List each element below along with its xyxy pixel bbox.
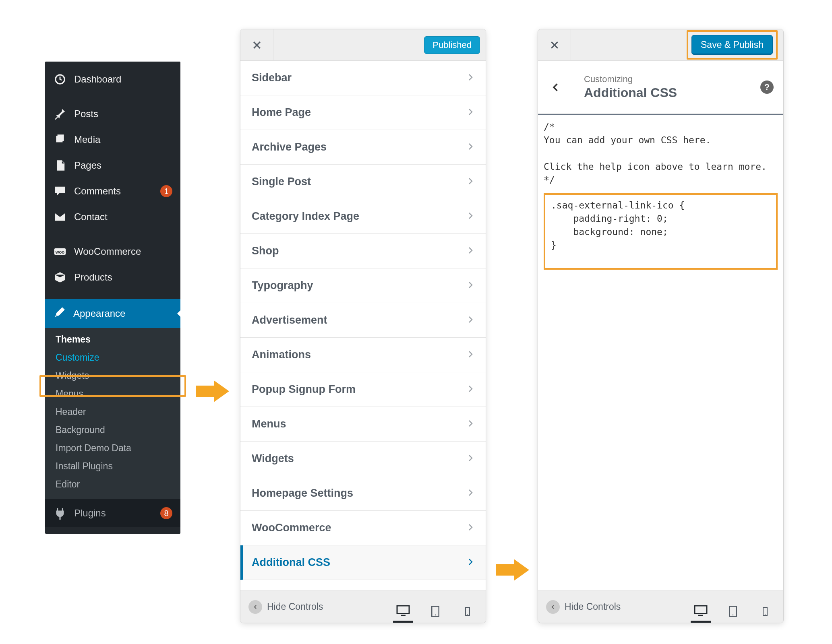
- device-tablet-button[interactable]: [723, 603, 743, 623]
- section-label: Category Index Page: [252, 210, 359, 223]
- appearance-submenu: Themes Customize Widgets Menus Header Ba…: [45, 328, 180, 499]
- sidebar-item-contact[interactable]: Contact: [45, 204, 180, 230]
- arrow-icon: [196, 380, 232, 402]
- sidebar-item-woocommerce[interactable]: woo WooCommerce: [45, 239, 180, 264]
- highlight-save-callout: Save & Publish: [687, 30, 778, 60]
- help-icon[interactable]: ?: [760, 80, 774, 94]
- woo-icon: woo: [53, 245, 67, 258]
- section-label: WooCommerce: [252, 522, 331, 534]
- sidebar-item-posts[interactable]: Posts: [45, 101, 180, 127]
- section-label: Typography: [252, 279, 313, 292]
- submenu-themes[interactable]: Themes: [45, 330, 180, 349]
- back-button[interactable]: [538, 61, 574, 114]
- submenu-import-demo-data[interactable]: Import Demo Data: [45, 439, 180, 457]
- close-button[interactable]: [240, 29, 273, 61]
- customizer-footer: Hide Controls: [240, 590, 486, 623]
- section-label: Animations: [252, 349, 311, 361]
- save-publish-button[interactable]: Save & Publish: [691, 35, 773, 55]
- comments-badge: 1: [160, 185, 172, 197]
- section-label: Single Post: [252, 175, 311, 188]
- svg-point-5: [435, 615, 436, 616]
- pin-icon: [53, 107, 67, 121]
- customizer-header: Save & Publish: [538, 29, 783, 61]
- submenu-install-plugins[interactable]: Install Plugins: [45, 457, 180, 475]
- sidebar-label: Contact: [74, 211, 172, 223]
- submenu-background[interactable]: Background: [45, 421, 180, 439]
- device-desktop-button[interactable]: [691, 603, 711, 623]
- sidebar-item-pages[interactable]: Pages: [45, 153, 180, 178]
- submenu-menus[interactable]: Menus: [45, 385, 180, 403]
- chevron-right-icon: [466, 556, 474, 569]
- section-label: Popup Signup Form: [252, 383, 356, 396]
- customizer-sections-list[interactable]: SidebarHome PageArchive PagesSingle Post…: [240, 61, 486, 590]
- brush-icon: [53, 306, 66, 321]
- device-mobile-button[interactable]: [457, 603, 478, 623]
- section-row[interactable]: Archive Pages: [240, 130, 486, 165]
- section-row[interactable]: Typography: [240, 268, 486, 303]
- hide-controls-label: Hide Controls: [267, 601, 323, 612]
- sidebar-item-plugins[interactable]: Plugins 8: [45, 499, 180, 527]
- section-row[interactable]: Category Index Page: [240, 199, 486, 234]
- customizer-panel-additional-css: Save & Publish Customizing Additional CS…: [538, 29, 784, 623]
- section-header: Customizing Additional CSS ?: [538, 61, 783, 114]
- arrow-icon: [496, 559, 532, 581]
- sidebar-item-media[interactable]: Media: [45, 127, 180, 153]
- chevron-right-icon: [466, 452, 474, 465]
- section-label: Archive Pages: [252, 141, 327, 153]
- chevron-right-icon: [466, 279, 474, 292]
- device-mobile-button[interactable]: [755, 603, 775, 623]
- section-row[interactable]: WooCommerce: [240, 511, 486, 545]
- hide-controls-label: Hide Controls: [565, 601, 621, 612]
- svg-rect-3: [401, 615, 406, 616]
- section-row[interactable]: Popup Signup Form: [240, 372, 486, 407]
- customizer-panel-sections: Published SidebarHome PageArchive PagesS…: [240, 29, 486, 623]
- customizer-footer: Hide Controls: [538, 590, 783, 623]
- sidebar-label: Pages: [74, 160, 172, 171]
- section-label: Home Page: [252, 106, 311, 119]
- pages-icon: [53, 159, 67, 172]
- svg-point-11: [733, 615, 734, 616]
- section-label: Sidebar: [252, 72, 292, 84]
- sidebar-label: WooCommerce: [74, 246, 172, 257]
- submenu-header[interactable]: Header: [45, 403, 180, 421]
- section-row[interactable]: Advertisement: [240, 303, 486, 338]
- section-row[interactable]: Widgets: [240, 442, 486, 476]
- submenu-customize[interactable]: Customize: [45, 349, 180, 367]
- svg-rect-9: [698, 615, 703, 616]
- submenu-editor[interactable]: Editor: [45, 475, 180, 493]
- hide-controls-button[interactable]: Hide Controls: [248, 600, 323, 614]
- chevron-left-circle-icon: [546, 600, 560, 614]
- section-row[interactable]: Menus: [240, 407, 486, 442]
- css-comment-block[interactable]: /* You can add your own CSS here. Click …: [544, 120, 778, 187]
- hide-controls-button[interactable]: Hide Controls: [546, 600, 621, 614]
- section-row[interactable]: Additional CSS: [240, 545, 486, 580]
- highlight-css-callout: .saq-external-link-ico { padding-right: …: [544, 193, 778, 270]
- css-code-input[interactable]: .saq-external-link-ico { padding-right: …: [551, 199, 770, 252]
- chevron-left-circle-icon: [248, 600, 262, 614]
- section-row[interactable]: Sidebar: [240, 61, 486, 95]
- section-row[interactable]: Single Post: [240, 165, 486, 199]
- chevron-right-icon: [466, 141, 474, 153]
- section-row[interactable]: Animations: [240, 338, 486, 372]
- device-desktop-button[interactable]: [393, 603, 413, 623]
- chevron-right-icon: [466, 418, 474, 430]
- svg-rect-2: [397, 606, 409, 614]
- sidebar-item-products[interactable]: Products: [45, 264, 180, 290]
- sidebar-item-dashboard[interactable]: Dashboard: [45, 66, 180, 92]
- chevron-right-icon: [466, 72, 474, 84]
- section-row[interactable]: Shop: [240, 234, 486, 268]
- envelope-icon: [53, 210, 67, 224]
- sidebar-label: Media: [74, 134, 172, 145]
- sidebar-label: Products: [74, 272, 172, 283]
- comments-icon: [53, 184, 67, 198]
- section-row[interactable]: Home Page: [240, 95, 486, 130]
- close-button[interactable]: [538, 29, 571, 61]
- device-tablet-button[interactable]: [425, 603, 445, 623]
- css-editor-area: /* You can add your own CSS here. Click …: [538, 114, 783, 590]
- sidebar-label: Dashboard: [74, 74, 172, 85]
- submenu-widgets[interactable]: Widgets: [45, 367, 180, 385]
- sidebar-item-appearance[interactable]: Appearance: [45, 299, 180, 328]
- sidebar-item-comments[interactable]: Comments 1: [45, 178, 180, 204]
- section-label: Menus: [252, 418, 286, 430]
- section-row[interactable]: Homepage Settings: [240, 476, 486, 511]
